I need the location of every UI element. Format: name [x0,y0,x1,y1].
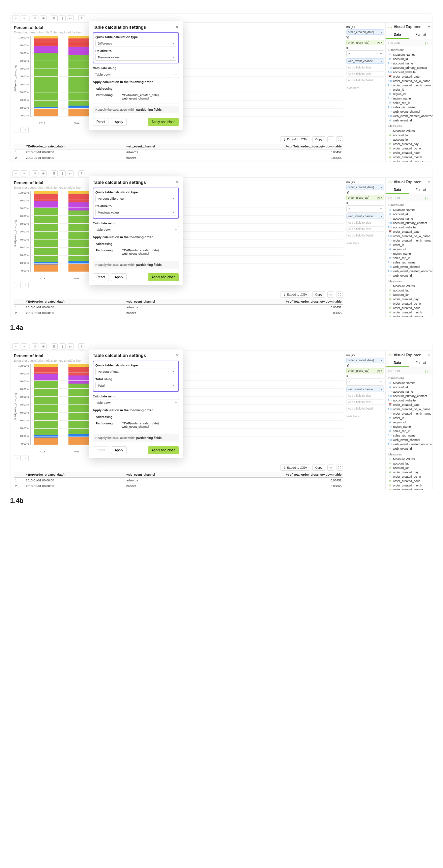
color-chip[interactable]: web_event_channel▾ [346,387,384,392]
close-icon[interactable]: ✕ [175,353,179,358]
reset-button[interactable]: Reset [93,118,109,126]
apply-button[interactable]: Apply [111,118,127,126]
detail-dropzone[interactable]: Add a field to Detail [346,233,384,238]
back-icon[interactable]: ← [12,15,19,21]
table-header[interactable]: YEAR(order_created_date) [25,144,125,149]
record-icon[interactable]: ⏺ [40,343,47,349]
tab-data[interactable]: Data [386,186,409,194]
back-icon[interactable]: ← [12,170,19,176]
table-header[interactable] [14,144,25,149]
field-measure-names[interactable]: ⎌Measure Names [386,381,433,385]
field-account-lat[interactable]: #account_lat [386,288,433,292]
tab-data[interactable]: Data [386,31,409,39]
sigma-icon[interactable]: Σ [78,15,85,21]
relative-to-select[interactable]: Total▾ [95,382,176,389]
field-order-created-day[interactable]: #order_created_day [386,470,433,474]
field-account-lon[interactable]: #account_lon [386,137,433,142]
expand-icon[interactable]: ⛶ [336,465,343,471]
add-icon[interactable]: + [22,127,29,133]
field-web-event-channel[interactable]: Abcweb_event_channel [386,109,433,114]
field-account-lat[interactable]: #account_lat [386,133,433,137]
table-row[interactable]: 22013-01-01 00:00:00banner0.03065 [14,483,343,489]
field-sales-rep-id[interactable]: #sales_rep_id [386,429,433,433]
close-icon[interactable]: ✕ [175,180,179,185]
minimize-icon[interactable]: ▭ [327,291,334,298]
copy-button[interactable]: Copy [312,136,325,142]
field-region-id[interactable]: #region_id [386,247,433,251]
field-account-website[interactable]: Abcaccount_website [386,398,433,402]
field-measure-names[interactable]: ⎌Measure Names [386,207,433,212]
chevron-down-icon[interactable]: ▾ [381,388,382,391]
camera-icon[interactable]: ⎚ [32,15,38,21]
chevron-down-icon[interactable]: ▾ [381,359,382,362]
filters-dropzone[interactable]: elds here... [347,86,384,90]
quick-calc-type-select[interactable]: Difference▾ [95,40,176,47]
field-order-created-date[interactable]: 📅order_created_date [386,229,433,234]
table-header[interactable] [14,299,25,305]
apply-button[interactable]: Apply [111,446,127,454]
table-header[interactable]: web_event_channel [125,472,201,478]
fx-button[interactable]: ƒx+ [425,40,430,45]
chevron-down-icon[interactable]: ▾ [381,196,382,199]
minimize-icon[interactable]: ▭ [327,465,334,471]
row-chip[interactable]: order_gloss_qty)[+]▾ [346,195,384,200]
add-icon[interactable]: + [22,455,29,461]
quick-calc-type-select[interactable]: Percent difference▾ [95,195,176,202]
field-order-created-hour[interactable]: #order_created_hour [386,479,433,483]
row-chip[interactable]: order_gloss_qty)[+]▾ [346,40,384,45]
collapse-icon[interactable]: − [14,282,21,288]
field-order-created-do-w[interactable]: #order_created_do_w [386,146,433,150]
table-header[interactable]: web_event_channel [125,144,201,149]
export-csv-button[interactable]: ⭳ Export to .CSV [280,465,310,471]
size-dropzone[interactable]: Add a field to Size [346,220,384,225]
minimize-icon[interactable]: ▭ [327,136,334,142]
field-web-event-channel[interactable]: Abcweb_event_channel [386,438,433,442]
chevron-down-icon[interactable]: ▾ [381,41,382,44]
field-account-name[interactable]: Abcaccount_name [386,216,433,221]
table-row[interactable]: 22013-01-01 00:00:00banner0.03065 [14,155,343,161]
color-chip[interactable]: web_event_channel▾ [346,58,384,64]
field-account-lon[interactable]: #account_lon [386,292,433,297]
field-account-lon[interactable]: #account_lon [386,466,433,470]
field-account-id[interactable]: #account_id [386,57,433,61]
field-order-created-quarter[interactable]: #order_created_quarter [386,159,433,162]
copy-button[interactable]: Copy [312,465,325,471]
field-region-name[interactable]: Abcregion_name [386,251,433,256]
table-header[interactable]: web_event_channel [125,299,201,305]
filters-dropzone[interactable]: elds here... [347,415,384,418]
field-order-created-month-name[interactable]: Abcorder_created_month_name [386,238,433,243]
field-order-created-month-name[interactable]: Abcorder_created_month_name [386,411,433,416]
expand-icon[interactable]: ⛶ [336,291,343,298]
field-account-id[interactable]: #account_id [386,212,433,216]
column-chip[interactable]: order_created_date)▾ [346,358,384,363]
row-chip[interactable]: order_gloss_qty)[+]▾ [346,368,384,373]
tab-data[interactable]: Data [386,359,409,367]
field-region-name[interactable]: Abcregion_name [386,424,433,429]
relative-to-select[interactable]: Previous value▾ [95,209,176,216]
filters-dropzone[interactable]: elds here... [347,242,384,245]
export-csv-button[interactable]: ⭳ Export to .CSV [280,136,310,142]
field-order-created-month[interactable]: #order_created_month [386,483,433,487]
field-web-event-id[interactable]: #web_event_id [386,118,433,122]
field-order-created-quarter[interactable]: #order_created_quarter [386,314,433,317]
table-header[interactable]: % of Total order_gloss_qty down table [201,299,343,305]
chevron-down-icon[interactable]: ▾ [381,31,382,34]
field-account-lat[interactable]: #account_lat [386,461,433,466]
apply-and-close-button[interactable]: Apply and close [148,118,179,126]
field-order-created-hour[interactable]: #order_created_hour [386,150,433,155]
camera-icon[interactable]: ⎚ [32,170,38,176]
field-order-id[interactable]: #order_id [386,87,433,92]
swap-icon[interactable]: ⇄ [67,15,74,21]
chart-type-icon[interactable]: ⫿ [59,170,66,176]
field-region-id[interactable]: #region_id [386,92,433,96]
field-order-created-day[interactable]: #order_created_day [386,297,433,301]
field-order-created-do-w[interactable]: #order_created_do_w [386,474,433,479]
sigma-icon[interactable]: Σ [78,343,85,349]
table-row[interactable]: 12013-01-01 00:00:00adwords0.08452 [14,305,343,310]
field-sales-rep-id[interactable]: #sales_rep_id [386,101,433,105]
field-sales-rep-name[interactable]: Abcsales_rep_name [386,105,433,109]
apply-and-close-button[interactable]: Apply and close [148,446,179,454]
field-web-event-id[interactable]: #web_event_id [386,273,433,278]
chevron-down-icon[interactable]: ▾ [428,353,430,357]
tab-format[interactable]: Format [409,186,433,194]
